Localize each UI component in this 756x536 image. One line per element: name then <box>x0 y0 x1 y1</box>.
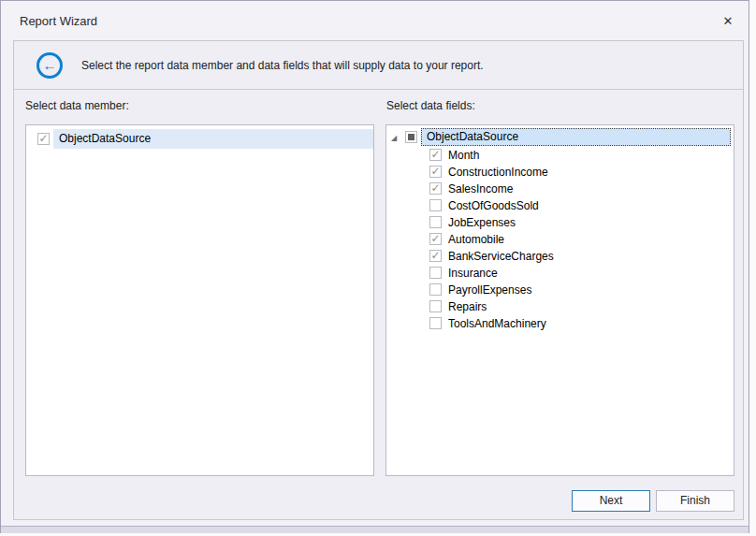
next-button[interactable]: Next <box>572 490 650 512</box>
next-button-label: Next <box>600 494 623 507</box>
field-row[interactable]: BankServiceCharges <box>386 248 734 265</box>
field-label: SalesIncome <box>448 181 513 197</box>
field-label: BankServiceCharges <box>448 248 554 265</box>
tree-root-selection[interactable]: ObjectDataSource <box>421 128 731 146</box>
window-bottom-edge <box>1 526 749 533</box>
field-checkbox[interactable] <box>429 233 442 245</box>
field-row[interactable]: Insurance <box>386 265 734 282</box>
data-fields-tree[interactable]: ◢ ObjectDataSource Month ConstructionInc… <box>385 124 734 476</box>
member-checkbox[interactable] <box>37 133 50 145</box>
member-selection[interactable]: ObjectDataSource <box>53 129 373 149</box>
wizard-content-frame: ← Select the report data member and data… <box>13 40 744 520</box>
data-member-row[interactable]: ObjectDataSource <box>26 129 373 149</box>
field-checkbox[interactable] <box>429 199 442 211</box>
field-label: ConstructionIncome <box>448 164 548 181</box>
field-checkbox[interactable] <box>429 182 442 195</box>
field-row[interactable]: Automobile <box>386 231 734 248</box>
finish-button[interactable]: Finish <box>656 490 734 512</box>
field-row[interactable]: Month <box>386 147 734 164</box>
finish-button-label: Finish <box>680 494 710 507</box>
field-row[interactable]: PayrollExpenses <box>386 282 734 298</box>
field-checkbox[interactable] <box>429 300 442 312</box>
field-label: Automobile <box>448 231 504 248</box>
field-checkbox[interactable] <box>429 317 442 329</box>
tree-root-row[interactable]: ◢ ObjectDataSource <box>386 128 734 147</box>
field-checkbox[interactable] <box>429 250 442 262</box>
field-label: Insurance <box>448 265 498 282</box>
title-bar: Report Wizard ✕ <box>1 1 749 40</box>
report-wizard-dialog: Report Wizard ✕ ← Select the report data… <box>0 0 749 533</box>
field-label: Month <box>448 147 479 164</box>
data-member-label: Select data member: <box>25 99 129 112</box>
member-label: ObjectDataSource <box>53 129 373 149</box>
field-checkbox[interactable] <box>429 166 442 178</box>
root-checkbox[interactable] <box>405 131 417 143</box>
field-label: CostOfGoodsSold <box>448 197 539 214</box>
data-member-list[interactable]: ObjectDataSource <box>25 124 374 476</box>
data-fields-label: Select data fields: <box>386 99 475 112</box>
back-button[interactable]: ← <box>36 52 63 79</box>
field-label: JobExpenses <box>448 214 516 231</box>
field-row[interactable]: Repairs <box>386 298 734 315</box>
tree-root-label: ObjectDataSource <box>422 129 730 145</box>
field-checkbox[interactable] <box>429 216 442 228</box>
field-label: ToolsAndMachinery <box>448 315 546 332</box>
field-row[interactable]: CostOfGoodsSold <box>386 197 734 214</box>
wizard-header: ← Select the report data member and data… <box>14 41 743 90</box>
field-row[interactable]: ConstructionIncome <box>386 164 734 181</box>
field-label: Repairs <box>448 298 487 315</box>
wizard-description: Select the report data member and data f… <box>81 41 484 90</box>
close-button[interactable]: ✕ <box>720 13 736 30</box>
field-row[interactable]: ToolsAndMachinery <box>386 315 734 332</box>
field-row[interactable]: JobExpenses <box>386 214 734 231</box>
back-arrow-icon: ← <box>43 58 57 72</box>
close-icon: ✕ <box>723 14 734 28</box>
field-checkbox[interactable] <box>429 149 442 161</box>
field-label: PayrollExpenses <box>448 282 531 298</box>
dialog-title: Report Wizard <box>20 14 97 28</box>
expand-collapse-icon[interactable]: ◢ <box>391 135 397 142</box>
field-checkbox[interactable] <box>429 267 442 279</box>
field-checkbox[interactable] <box>429 283 442 296</box>
field-row[interactable]: SalesIncome <box>386 181 734 197</box>
field-rows-container: Month ConstructionIncome SalesIncome Cos… <box>386 147 734 332</box>
